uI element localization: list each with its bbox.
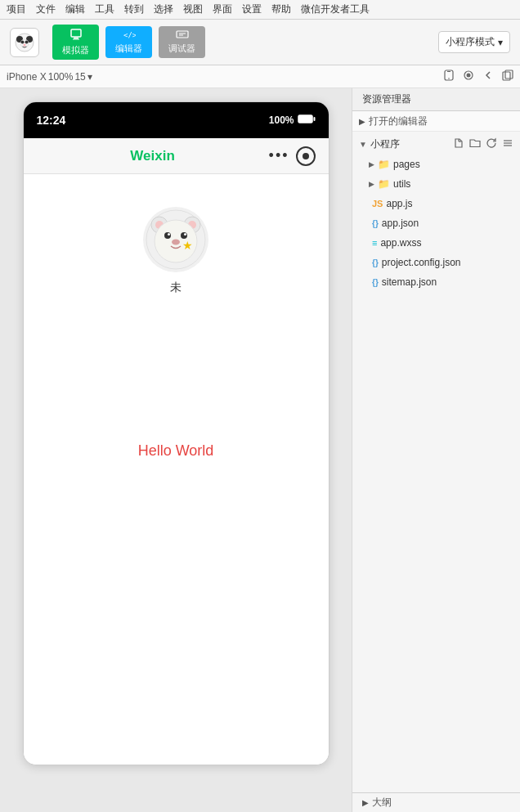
svg-rect-7 (71, 29, 81, 37)
svg-rect-9 (73, 39, 79, 40)
editor-label: 编辑器 (115, 43, 142, 55)
simulator-icon (69, 28, 83, 43)
menu-edit[interactable]: 编辑 (65, 2, 85, 16)
main-layout: 12:24 100% Weixin ••• (0, 88, 520, 812)
menu-wechat-devtools[interactable]: 微信开发者工具 (301, 2, 370, 16)
svg-point-18 (467, 74, 471, 78)
miniprogram-triangle-icon: ▼ (359, 140, 367, 149)
sitemap-label: sitemap.json (382, 276, 437, 288)
debugger-label: 调试器 (168, 43, 195, 55)
phone-status-bar: 12:24 100% (24, 102, 329, 138)
outline-label: 大纲 (372, 796, 392, 810)
debugger-button[interactable]: 调试器 (159, 26, 205, 58)
toolbar: 模拟器 </> 编辑器 调试器 小程序模式 ▾ (0, 20, 520, 65)
utils-folder-icon: 📁 (378, 178, 390, 190)
svg-point-31 (168, 233, 170, 236)
svg-point-29 (164, 232, 171, 239)
folder-utils[interactable]: ▶ 📁 utils (359, 174, 520, 194)
simulator-area: 12:24 100% Weixin ••• (0, 88, 352, 812)
simulator-label: 模拟器 (62, 44, 89, 56)
pages-triangle-icon: ▶ (369, 160, 374, 168)
menu-project[interactable]: 项目 (7, 2, 26, 16)
nav-dots-icon[interactable]: ••• (269, 147, 289, 164)
menu-interface[interactable]: 界面 (213, 2, 232, 16)
editor-button[interactable]: </> 编辑器 (105, 26, 152, 58)
svg-text:★: ★ (182, 239, 193, 252)
app-logo (10, 28, 39, 57)
copy-icon[interactable] (502, 70, 513, 83)
menu-help[interactable]: 帮助 (271, 2, 291, 16)
device-pages: 15 (74, 71, 85, 83)
mode-selector[interactable]: 小程序模式 ▾ (438, 31, 510, 53)
editor-icon: </> (123, 29, 136, 41)
open-editors-label: 打开的编辑器 (369, 114, 428, 128)
simulator-button[interactable]: 模拟器 (52, 25, 99, 60)
miniprogram-actions (453, 137, 513, 151)
menu-select[interactable]: 选择 (154, 2, 173, 16)
file-project-config[interactable]: {} project.config.json (359, 253, 520, 272)
svg-rect-22 (313, 117, 315, 121)
device-chevron-icon: ▾ (87, 71, 92, 83)
logo-area (10, 28, 39, 57)
miniprogram-section: ▼ 小程序 (352, 132, 520, 294)
menu-goto[interactable]: 转到 (124, 2, 144, 16)
svg-rect-11 (177, 31, 188, 38)
open-editors-header[interactable]: ▶ 打开的编辑器 (352, 111, 520, 131)
status-time: 12:24 (37, 114, 66, 127)
svg-point-6 (24, 43, 26, 46)
menu-tools[interactable]: 工具 (95, 2, 114, 16)
device-bar-icons (443, 70, 513, 83)
refresh-icon[interactable] (486, 137, 497, 151)
device-info[interactable]: iPhone X 100% 15 ▾ (7, 71, 92, 83)
panel-header: 资源管理器 (352, 88, 520, 111)
record-icon[interactable] (463, 70, 474, 83)
file-app-js[interactable]: JS app.js (359, 194, 520, 213)
menu-file[interactable]: 文件 (36, 2, 56, 16)
svg-text:</>: </> (123, 31, 136, 39)
status-right: 100% (269, 114, 316, 126)
right-panel: 资源管理器 ▶ 打开的编辑器 ▼ 小程序 (352, 88, 520, 812)
file-sitemap[interactable]: {} sitemap.json (359, 272, 520, 292)
miniprogram-label: 小程序 (370, 137, 400, 151)
app-wxss-label: app.wxss (380, 237, 421, 249)
phone-icon[interactable] (443, 70, 455, 83)
svg-point-33 (172, 240, 180, 245)
pages-folder-icon: 📁 (378, 159, 390, 170)
folder-pages[interactable]: ▶ 📁 pages (359, 155, 520, 174)
open-editors-section: ▶ 打开的编辑器 (352, 111, 520, 132)
nav-title: Weixin (37, 148, 269, 164)
nav-record-button[interactable] (296, 146, 316, 166)
avatar-container: ★ (143, 207, 208, 272)
resource-manager: ▶ 打开的编辑器 ▼ 小程序 (352, 111, 520, 792)
new-folder-icon[interactable] (469, 137, 481, 151)
sitemap-icon: {} (372, 278, 379, 287)
app-json-icon: {} (372, 219, 379, 228)
resource-manager-label: 资源管理器 (362, 92, 411, 106)
menu-view[interactable]: 视图 (183, 2, 203, 16)
svg-point-30 (181, 232, 187, 239)
back-icon[interactable] (482, 70, 494, 83)
outline-triangle-icon: ▶ (362, 798, 369, 807)
phone-nav-bar: Weixin ••• (24, 138, 329, 174)
avatar: ★ (143, 207, 208, 272)
collapse-icon[interactable] (502, 137, 513, 151)
device-name: iPhone X (7, 71, 47, 83)
file-app-wxss[interactable]: ≡ app.wxss (359, 233, 520, 253)
debugger-icon (176, 29, 189, 41)
menu-bar: 项目 文件 编辑 工具 转到 选择 视图 界面 设置 帮助 微信开发者工具 (0, 0, 520, 20)
utils-triangle-icon: ▶ (369, 180, 374, 188)
new-file-icon[interactable] (453, 137, 464, 151)
battery-percent: 100% (269, 114, 294, 126)
file-app-json[interactable]: {} app.json (359, 213, 520, 233)
app-json-label: app.json (382, 218, 419, 229)
outline-panel[interactable]: ▶ 大纲 (352, 792, 520, 812)
project-config-label: project.config.json (382, 257, 461, 268)
phone-content: ★ 未 Hello World (24, 174, 329, 765)
app-wxss-icon: ≡ (372, 238, 377, 248)
menu-settings[interactable]: 设置 (242, 2, 262, 16)
svg-rect-21 (298, 115, 312, 123)
mode-chevron-icon: ▾ (498, 37, 503, 48)
device-zoom: 100% (48, 71, 74, 83)
phone-frame: 12:24 100% Weixin ••• (23, 101, 329, 765)
miniprogram-header[interactable]: ▼ 小程序 (352, 133, 520, 155)
